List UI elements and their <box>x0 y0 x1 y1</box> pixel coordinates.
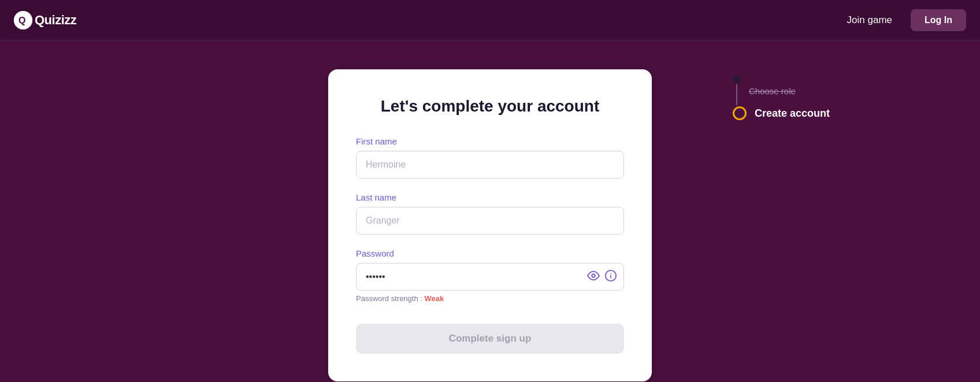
signup-card: Let's complete your account First name L… <box>328 69 652 381</box>
progress-step-create-account: Create account <box>733 106 830 120</box>
complete-signup-button[interactable]: Complete sign up <box>356 324 624 354</box>
step1-connector <box>733 75 741 106</box>
step-connector-line <box>736 84 737 105</box>
quizizz-logo-svg: Q <box>14 11 32 29</box>
info-icon[interactable] <box>604 269 617 285</box>
step2-dot <box>733 106 747 120</box>
logo: Q Quizizz <box>14 11 76 29</box>
svg-text:Q: Q <box>18 16 25 25</box>
password-strength: Password strength : Weak <box>356 294 624 303</box>
password-label: Password <box>356 249 624 258</box>
last-name-label: Last name <box>356 192 624 202</box>
password-input[interactable] <box>356 263 624 291</box>
step1-label: Choose role <box>749 86 796 96</box>
main-content: Let's complete your account First name L… <box>0 40 980 381</box>
last-name-input[interactable] <box>356 207 624 235</box>
password-strength-label: Password strength : <box>356 294 425 303</box>
step1-dot <box>733 75 741 83</box>
logo-text: Quizizz <box>35 13 76 28</box>
progress-step-choose-role: Choose role <box>733 75 796 106</box>
navbar: Q Quizizz Join game Log In <box>0 0 980 40</box>
password-group: Password <box>356 249 624 303</box>
eye-icon[interactable] <box>587 269 600 285</box>
first-name-input[interactable] <box>356 151 624 179</box>
join-game-button[interactable]: Join game <box>838 9 901 32</box>
password-icons <box>587 269 617 285</box>
first-name-label: First name <box>356 136 624 146</box>
logo-icon: Q <box>14 11 32 29</box>
login-button[interactable]: Log In <box>911 9 966 31</box>
card-title: Let's complete your account <box>356 97 624 116</box>
svg-point-2 <box>592 274 595 277</box>
password-wrapper <box>356 263 624 291</box>
nav-right: Join game Log In <box>838 9 966 32</box>
step2-label: Create account <box>755 107 830 120</box>
last-name-group: Last name <box>356 192 624 235</box>
progress-sidebar: Choose role Create account <box>733 75 830 120</box>
password-strength-value: Weak <box>425 294 444 303</box>
first-name-group: First name <box>356 136 624 179</box>
